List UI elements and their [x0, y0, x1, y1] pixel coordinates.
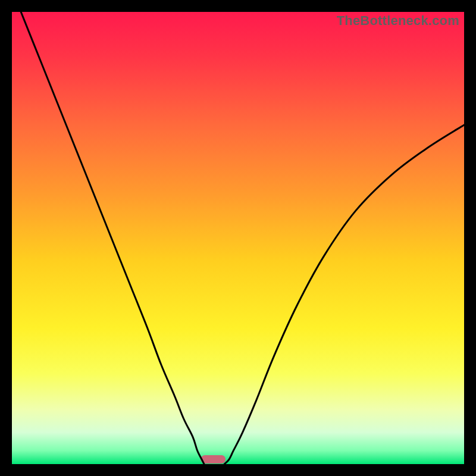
watermark-text: TheBottleneck.com: [337, 13, 459, 29]
chart-svg: [12, 12, 464, 464]
optimum-marker-rect: [201, 455, 226, 464]
plot-area: TheBottleneck.com: [12, 12, 464, 464]
gradient-background: [12, 12, 464, 464]
optimum-marker: [201, 455, 226, 464]
chart-frame: TheBottleneck.com: [12, 12, 464, 464]
